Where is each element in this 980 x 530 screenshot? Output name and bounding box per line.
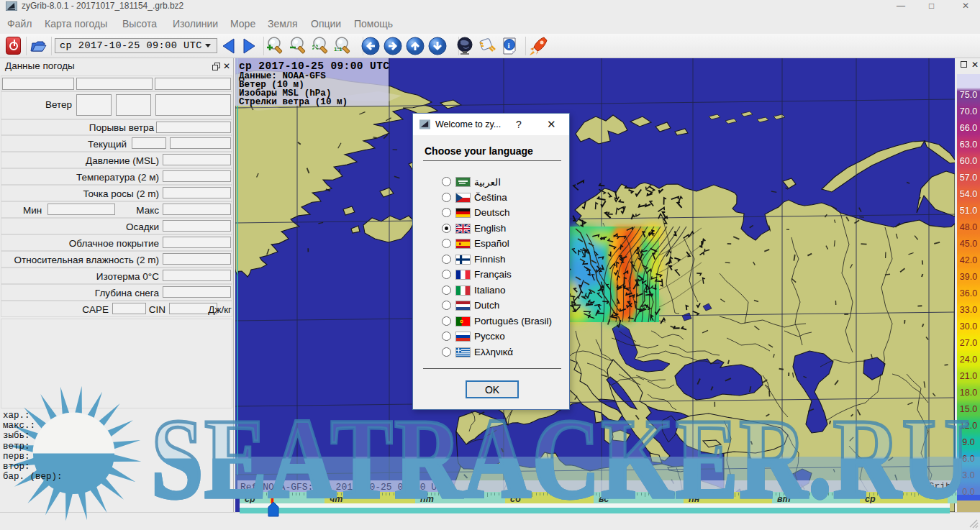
svg-text:i: i (507, 41, 509, 50)
svg-text:ср 2017-10-25 09:00 UTC: ср 2017-10-25 09:00 UTC (239, 60, 389, 72)
svg-text:Стрелки ветра (10 м): Стрелки ветра (10 м) (239, 97, 348, 107)
svg-text:1:1: 1:1 (334, 46, 342, 52)
